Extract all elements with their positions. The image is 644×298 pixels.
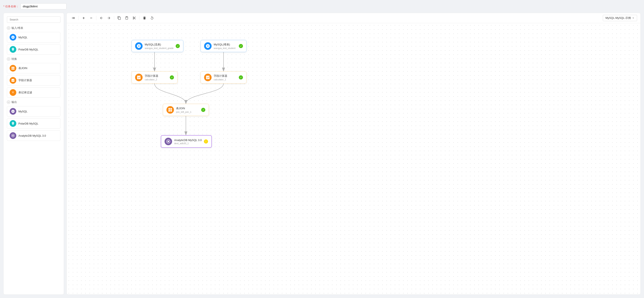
section-output-label: 输出	[12, 100, 17, 104]
mysql-dim-content: MySQL(维表) wangya_test_student	[214, 43, 237, 49]
toolbar: + −	[67, 13, 640, 23]
mysql-dim-subtitle: wangya_test_student	[214, 47, 237, 49]
mysql-in-icon	[10, 34, 16, 41]
paste-button[interactable]	[123, 15, 130, 21]
section-input-toggle-icon	[7, 26, 10, 30]
analyticdb-node-status: !	[204, 139, 208, 144]
sidebar-item-polardb-in[interactable]: PolarDB MySQL	[7, 44, 60, 55]
sidebar-item-mysql-in[interactable]: MySQL	[7, 32, 60, 43]
mysql-flow-icon	[135, 42, 142, 50]
mysql-flow-status: ✓	[176, 44, 180, 48]
mysql-out-label: MySQL	[18, 110, 28, 113]
mysql-dim-title: MySQL(维表)	[214, 43, 237, 47]
analyticdb-out-label: AnalyticDB MySQL 3.0	[18, 134, 46, 137]
node-calc2[interactable]: 字段计算器 calculator_2 ✓	[132, 71, 178, 84]
calc1-subtitle: calculator_1	[214, 78, 237, 81]
calc2-title: 字段计算器	[145, 74, 168, 78]
sidebar-item-filter[interactable]: 表记录过滤	[7, 87, 60, 98]
task-name-input[interactable]	[20, 3, 66, 10]
calc2-status: ✓	[170, 75, 174, 80]
mysql-in-label: MySQL	[18, 36, 28, 39]
undo-button[interactable]	[98, 15, 105, 21]
node-calc1[interactable]: 字段计算器 calculator_1 ✓	[200, 71, 246, 84]
calc1-status: ✓	[239, 75, 243, 80]
analyticdb-node-content: AnalyticDB MySQL 3.0 dest_adb30_1	[174, 139, 202, 145]
polardb-in-label: PolarDB MySQL	[18, 48, 38, 51]
mysql-flow-subtitle: wangya_test_student_grade	[145, 47, 174, 49]
svg-point-0	[12, 135, 14, 136]
sidebar-item-polardb-out[interactable]: PolarDB MySQL	[7, 118, 60, 129]
section-output-toggle-icon	[7, 100, 10, 104]
filter-label: 表记录过滤	[18, 91, 32, 94]
reset-button[interactable]	[149, 15, 155, 21]
toolbar-divider-4	[139, 16, 140, 20]
delete-button[interactable]	[141, 15, 148, 21]
canvas-area: + −	[66, 13, 641, 295]
mysql-flow-content: MySQL(流表) wangya_test_student_grade	[145, 43, 174, 49]
analyticdb-node-title: AnalyticDB MySQL 3.0	[174, 139, 202, 142]
calc-label: 字段计算器	[18, 79, 32, 82]
node-mysql-flow[interactable]: MySQL(流表) wangya_test_student_grade ✓	[132, 40, 183, 52]
node-mysql-dim[interactable]: MySQL(维表) wangya_test_student ✓	[200, 40, 246, 52]
scenario-dropdown[interactable]: MySQL-MySQL-示例 ▼	[603, 15, 637, 21]
mysql-out-icon	[10, 108, 16, 115]
section-input-header[interactable]: 输入/维表	[7, 26, 60, 30]
calc2-subtitle: calculator_2	[145, 78, 168, 81]
section-output-header[interactable]: 输出	[7, 100, 60, 104]
mysql-dim-icon	[204, 42, 212, 50]
polardb-in-icon	[10, 46, 16, 53]
flow-canvas[interactable]: MySQL(流表) wangya_test_student_grade ✓ My…	[67, 23, 640, 294]
copy-button[interactable]	[116, 15, 122, 21]
task-name-label: * 任务名称：	[3, 5, 19, 8]
zoom-in-button[interactable]: +	[80, 15, 87, 21]
calc1-content: 字段计算器 calculator_1	[214, 74, 237, 81]
list-view-button[interactable]	[70, 15, 77, 21]
toolbar-divider-2	[96, 16, 96, 20]
join-label: 表JOIN	[18, 66, 28, 70]
join-node-icon	[166, 106, 174, 114]
chevron-down-icon: ▼	[632, 17, 634, 19]
svg-point-2	[168, 141, 169, 142]
scenario-dropdown-label: MySQL-MySQL-示例	[606, 16, 631, 20]
polardb-out-label: PolarDB MySQL	[18, 122, 38, 125]
section-transform-toggle-icon	[7, 57, 10, 61]
sidebar-item-analyticdb-out[interactable]: AnalyticDB MySQL 3.0	[7, 130, 60, 141]
polardb-out-icon	[10, 120, 16, 127]
cut-button[interactable]	[131, 15, 138, 21]
sidebar-item-join[interactable]: 表JOIN	[7, 63, 60, 74]
calc1-icon	[204, 74, 212, 81]
analyticdb-node-subtitle: dest_adb30_1	[174, 142, 202, 145]
section-transform-header[interactable]: 转换	[7, 57, 60, 61]
sidebar-item-calc[interactable]: 字段计算器	[7, 75, 60, 86]
toolbar-divider-3	[114, 16, 114, 20]
mysql-flow-title: MySQL(流表)	[145, 43, 174, 47]
flow-arrows	[67, 23, 640, 294]
calc2-icon	[135, 74, 142, 81]
join-node-status: ✓	[201, 108, 205, 112]
join-icon	[10, 65, 16, 72]
node-join[interactable]: 表JOIN join_left_join_1 ✓	[163, 104, 209, 116]
section-transform-label: 转换	[12, 57, 17, 61]
filter-icon	[10, 89, 16, 96]
join-node-subtitle: join_left_join_1	[176, 111, 199, 113]
calc-icon	[10, 77, 16, 84]
calc2-content: 字段计算器 calculator_2	[145, 74, 168, 81]
join-node-title: 表JOIN	[176, 107, 199, 110]
zoom-out-button[interactable]: −	[88, 15, 94, 21]
join-node-content: 表JOIN join_left_join_1	[176, 107, 199, 113]
search-input[interactable]	[7, 16, 60, 23]
sidebar: 输入/维表 MySQL PolarDB MySQL 转换	[3, 13, 64, 295]
sidebar-item-mysql-out[interactable]: MySQL	[7, 106, 60, 117]
node-analyticdb[interactable]: AnalyticDB MySQL 3.0 dest_adb30_1 !	[161, 135, 212, 148]
analyticdb-out-icon	[10, 132, 16, 139]
mysql-dim-status: ✓	[239, 44, 243, 48]
analyticdb-node-icon	[164, 138, 172, 145]
section-input-label: 输入/维表	[12, 26, 23, 30]
redo-button[interactable]	[106, 15, 112, 21]
calc1-title: 字段计算器	[214, 74, 237, 78]
